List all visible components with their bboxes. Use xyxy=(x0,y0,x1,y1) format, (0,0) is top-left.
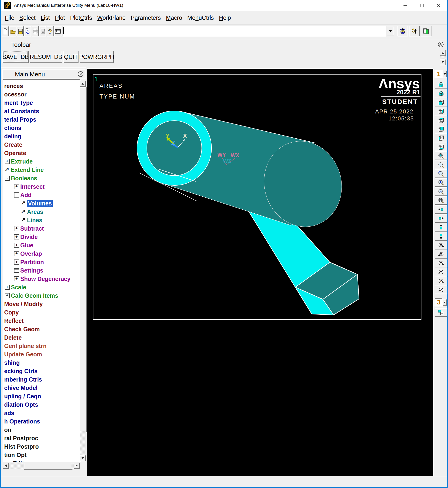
save-db-button[interactable]: SAVE_DB xyxy=(2,51,29,63)
tree-hscroll-thumb[interactable] xyxy=(24,463,72,470)
open-file-button[interactable] xyxy=(9,26,16,36)
pan-left-button[interactable] xyxy=(435,205,447,214)
contact-manager-button[interactable] xyxy=(421,26,432,36)
menu-macro[interactable]: Macro xyxy=(166,15,182,21)
tree-item-shing[interactable]: shing xyxy=(3,359,80,367)
tree-hscrollbar[interactable] xyxy=(3,463,80,469)
tree-item-delete[interactable]: Delete xyxy=(3,334,80,342)
tree-item-rences[interactable]: rences xyxy=(3,82,80,90)
window-select-field[interactable]: 1 xyxy=(435,70,443,78)
tree-item-genl-plane-strn[interactable]: Genl plane strn xyxy=(3,342,80,350)
expand-icon[interactable]: + xyxy=(14,276,19,281)
tree-item-h-operations[interactable]: h Operations xyxy=(3,417,80,426)
dynamic-mode-button[interactable] xyxy=(435,308,447,317)
tree-item-mbering-ctrls[interactable]: mbering Ctrls xyxy=(3,376,80,384)
tree-item-ral-postproc[interactable]: ral Postproc xyxy=(3,434,80,443)
toolbar-scroll-track[interactable] xyxy=(440,56,446,59)
menu-select[interactable]: Select xyxy=(19,15,36,21)
tree-item-settings[interactable]: Settings xyxy=(3,266,80,275)
bottom-view-button[interactable] xyxy=(435,143,447,151)
front-view-button[interactable] xyxy=(435,98,447,106)
rotate-x-neg-button[interactable]: X xyxy=(435,250,447,259)
menu-file[interactable]: File xyxy=(5,15,14,21)
tree-item-ads[interactable]: ads xyxy=(3,409,80,417)
tree-item-ctions[interactable]: ctions xyxy=(3,124,80,132)
tree-item-intersect[interactable]: +Intersect xyxy=(3,183,80,191)
tree-item-diation-opts[interactable]: diation Opts xyxy=(3,401,80,409)
tree-item-on-editor[interactable]: on Editor xyxy=(3,459,80,462)
graphics-canvas[interactable]: Y X Z WY WX WZ 1 AREAS TYPE NUM APR 25 2… xyxy=(87,69,433,476)
box-zoom-button[interactable] xyxy=(435,196,447,205)
tree-item-lines[interactable]: ↗Lines xyxy=(3,216,80,224)
expand-icon[interactable]: + xyxy=(14,184,19,189)
expand-icon[interactable]: + xyxy=(14,226,19,231)
collapse-main-menu-icon[interactable] xyxy=(77,71,84,77)
tree-scroll-right[interactable] xyxy=(74,463,80,469)
window-select-dropdown[interactable] xyxy=(443,71,447,77)
collapse-toolbar-icon[interactable] xyxy=(438,41,444,48)
tree-item-areas[interactable]: ↗Areas xyxy=(3,208,80,216)
rate-select-dropdown[interactable] xyxy=(443,299,447,306)
rotate-y-pos-button[interactable]: Y xyxy=(435,259,447,267)
tree-item-glue[interactable]: +Glue xyxy=(3,241,80,250)
print-button[interactable] xyxy=(32,26,39,36)
expand-icon[interactable]: + xyxy=(5,285,10,290)
tree-item-ment-type[interactable]: ment Type xyxy=(3,99,80,107)
tree-item-booleans[interactable]: -Booleans xyxy=(3,174,80,183)
rotate-z-pos-button[interactable]: Z xyxy=(435,277,447,285)
tree-vscroll-track[interactable] xyxy=(80,432,86,455)
command-prompt-button[interactable] xyxy=(54,26,61,36)
rotate-x-pos-button[interactable]: X xyxy=(435,241,447,249)
right-view-button[interactable] xyxy=(435,107,447,115)
toolbar-scroll-up[interactable] xyxy=(440,50,446,56)
zoom-model-button[interactable] xyxy=(435,160,447,169)
pan-down-button[interactable] xyxy=(435,232,447,241)
tree-item-on[interactable]: on xyxy=(3,426,80,434)
tree-scroll-up[interactable] xyxy=(80,80,86,87)
command-history-dropdown[interactable] xyxy=(387,27,394,35)
quit-button[interactable]: QUIT xyxy=(63,51,79,63)
back-view-button[interactable] xyxy=(435,125,447,133)
zoom-out-button[interactable] xyxy=(435,187,447,196)
menu-plot[interactable]: Plot xyxy=(55,15,65,21)
powrgrph-button[interactable]: POWRGRPH xyxy=(80,51,114,63)
tree-item-terial-props[interactable]: terial Props xyxy=(3,116,80,124)
zoom-fit-button[interactable] xyxy=(435,152,447,160)
tree-item-add[interactable]: -Add xyxy=(3,191,80,199)
tree-item-scale[interactable]: +Scale xyxy=(3,283,80,292)
menu-menuctrls[interactable]: MenuCtrls xyxy=(187,15,214,21)
expand-icon[interactable]: + xyxy=(5,159,10,164)
tree-item-al-constants[interactable]: al Constants xyxy=(3,107,80,116)
tree-item-move-modify[interactable]: Move / Modify xyxy=(3,300,80,308)
tree-item-hist-postpro[interactable]: Hist Postpro xyxy=(3,443,80,451)
top-view-button[interactable] xyxy=(435,116,447,124)
tree-item-deling[interactable]: deling xyxy=(3,132,80,141)
tree-item-reflect[interactable]: Reflect xyxy=(3,317,80,325)
expand-icon[interactable]: + xyxy=(14,243,19,248)
rate-select-field[interactable]: 3 xyxy=(435,298,443,306)
tree-item-extend-line[interactable]: ↗Extend Line xyxy=(3,166,80,174)
iso-view-button[interactable] xyxy=(435,80,447,88)
tree-item-show-degeneracy[interactable]: +Show Degeneracy xyxy=(3,275,80,283)
menu-parameters[interactable]: Parameters xyxy=(131,15,161,21)
rotate-z-neg-button[interactable]: Z xyxy=(435,286,447,294)
report-generator-button[interactable] xyxy=(39,26,46,36)
maximize-button[interactable] xyxy=(415,0,428,11)
tree-item-copy[interactable]: Copy xyxy=(3,308,80,317)
tree-vscrollbar[interactable] xyxy=(80,80,86,461)
collapse-icon[interactable]: - xyxy=(14,192,19,198)
tree-item-extrude[interactable]: +Extrude xyxy=(3,158,80,166)
pan-right-button[interactable] xyxy=(435,214,447,223)
toolbar-scroll-down[interactable] xyxy=(440,59,446,65)
minimize-button[interactable] xyxy=(399,0,412,11)
oblique-view-button[interactable] xyxy=(435,89,447,97)
tree-item-overlap[interactable]: +Overlap xyxy=(3,250,80,258)
tree-item-ecking-ctrls[interactable]: ecking Ctrls xyxy=(3,367,80,376)
tree-item-upling-ceqn[interactable]: upling / Ceqn xyxy=(3,392,80,401)
expand-icon[interactable]: + xyxy=(14,251,19,256)
expand-icon[interactable]: + xyxy=(5,293,10,298)
tree-item-subtract[interactable]: +Subtract xyxy=(3,224,80,233)
resum-db-button[interactable]: RESUM_DB xyxy=(30,51,62,63)
left-view-button[interactable] xyxy=(435,134,447,142)
tree-item-tion-opt[interactable]: tion Opt xyxy=(3,451,80,459)
